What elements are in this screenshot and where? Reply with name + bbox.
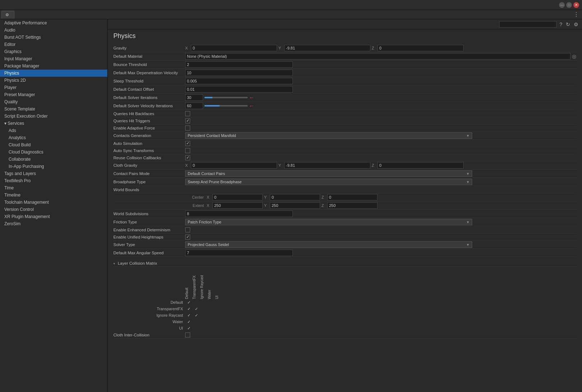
cloth-gravity-y-input[interactable] [284, 162, 370, 169]
label-default-solver-iterations: Default Solver Iterations [113, 95, 185, 100]
extent-y-input[interactable] [270, 202, 320, 209]
label-auto-sync-transforms: Auto Sync Transforms [113, 148, 185, 153]
cloth-gravity-z-input[interactable] [377, 162, 464, 169]
tab-menu-button[interactable]: ⋮ [571, 11, 582, 18]
y-label: Y [278, 163, 283, 167]
sidebar-item-timeline[interactable]: Timeline [0, 192, 107, 199]
sidebar-item-graphics[interactable]: Graphics [0, 48, 107, 55]
sidebar-item-xr-plugin-management[interactable]: XR Plugin Management [0, 213, 107, 220]
matrix-cell[interactable]: ✓ [185, 300, 192, 305]
sidebar-item-cloud-diagnostics[interactable]: Cloud Diagnostics [0, 148, 107, 156]
extent-z-input[interactable] [327, 202, 377, 209]
sidebar-item-scene-template[interactable]: Scene Template [0, 105, 107, 113]
gravity-x-input[interactable] [191, 45, 277, 51]
sidebar-item-package-manager[interactable]: Package Manager [0, 62, 107, 70]
center-y-input[interactable] [270, 194, 320, 200]
default-contact-offset-input[interactable] [185, 86, 293, 93]
gravity-y-input[interactable] [284, 45, 370, 51]
value-solver-type: Projected Gauss Seidel ▼ [185, 241, 576, 248]
sidebar-item-input-manager[interactable]: Input Manager [0, 55, 107, 62]
sidebar-item-preset-manager[interactable]: Preset Manager [0, 91, 107, 98]
close-button[interactable]: ✕ [573, 2, 579, 8]
reuse-collision-callbacks-checkbox[interactable] [185, 155, 190, 160]
sleep-threshold-input[interactable] [185, 78, 293, 84]
default-solver-velocity-iterations-input[interactable] [185, 103, 203, 109]
sidebar-item-analytics[interactable]: Analytics [0, 134, 107, 141]
sidebar-item-quality[interactable]: Quality [0, 98, 107, 105]
default-material-input[interactable] [185, 53, 571, 60]
auto-simulation-checkbox[interactable] [185, 141, 190, 146]
sidebar-item-zerosim[interactable]: ZeroSim [0, 220, 107, 227]
sidebar-item-adaptive-performance[interactable]: Adaptive Performance [0, 19, 107, 27]
matrix-cell[interactable]: ✓ [185, 307, 192, 311]
sidebar-item-version-control[interactable]: Version Control [0, 206, 107, 213]
default-max-depenetration-velocity-input[interactable] [185, 70, 293, 76]
matrix-row-label: UI [113, 326, 185, 330]
cloth-gravity-x-input[interactable] [191, 162, 277, 169]
sidebar-item-editor[interactable]: Editor [0, 41, 107, 48]
sidebar-item-textmesh-pro[interactable]: TextMesh Pro [0, 177, 107, 184]
sidebar-item-collaborate[interactable]: Collaborate [0, 156, 107, 163]
maximize-button[interactable]: □ [566, 2, 572, 8]
cloth-inter-collision-checkbox[interactable] [185, 332, 190, 337]
enable-unified-heightmaps-checkbox[interactable] [185, 235, 190, 240]
gravity-z-input[interactable] [377, 45, 464, 51]
queries-hit-backfaces-checkbox[interactable] [185, 111, 190, 116]
world-subdivisions-input[interactable] [185, 211, 293, 217]
tab-project-settings[interactable]: ⚙ [1, 11, 14, 19]
matrix-cell[interactable]: ✓ [185, 326, 192, 331]
sidebar-item-cloud-build[interactable]: Cloud Build [0, 141, 107, 148]
sidebar-item-burst-aot-settings[interactable]: Burst AOT Settings [0, 34, 107, 41]
enable-adaptive-force-checkbox[interactable] [185, 126, 190, 131]
contacts-generation-dropdown[interactable]: Persistent Contact Manifold ▼ [185, 132, 472, 139]
contact-pairs-mode-dropdown[interactable]: Default Contact Pairs ▼ [185, 170, 472, 177]
default-solver-velocity-iterations-bar[interactable] [205, 105, 248, 107]
sidebar-item-in-app-purchasing[interactable]: In-App Purchasing [0, 163, 107, 170]
select-icon[interactable]: ◎ [572, 53, 576, 59]
solver-type-dropdown[interactable]: Projected Gauss Seidel ▼ [185, 241, 472, 248]
value-default-max-angular-speed [185, 250, 576, 256]
center-z-input[interactable] [327, 194, 377, 200]
enable-enhanced-determinism-checkbox[interactable] [185, 227, 190, 232]
matrix-cell[interactable]: ✓ [193, 313, 200, 318]
setting-solver-type: Solver Type Projected Gauss Seidel ▼ [113, 241, 576, 249]
friction-type-dropdown[interactable]: Patch Friction Type ▼ [185, 219, 472, 225]
z-label: Z [321, 203, 326, 208]
vec-field-center: X Y Z [207, 194, 377, 200]
help-button[interactable]: ? [559, 22, 563, 27]
value-auto-simulation [185, 141, 576, 146]
collision-matrix-header: ▾ Layer Collision Matrix [113, 260, 576, 267]
refresh-button[interactable]: ↻ [565, 22, 571, 27]
setting-world-bounds-center: Center X Y Z [113, 193, 576, 202]
sidebar-item-toolchain-management[interactable]: Toolchain Management [0, 199, 107, 206]
auto-sync-transforms-checkbox[interactable] [185, 148, 190, 153]
bounce-threshold-input[interactable] [185, 61, 293, 68]
sidebar-item-script-execution-order[interactable]: Script Execution Order [0, 113, 107, 120]
sidebar-item-services[interactable]: ▾ Services [0, 120, 107, 127]
sidebar-item-physics-2d[interactable]: Physics 2D [0, 77, 107, 84]
default-solver-iterations-input[interactable] [185, 94, 203, 101]
sidebar-item-tags-and-layers[interactable]: Tags and Layers [0, 170, 107, 177]
window-controls: — □ ✕ [559, 2, 579, 8]
matrix-cell[interactable]: ✓ [185, 313, 192, 318]
matrix-cell[interactable]: ✓ [185, 320, 192, 324]
matrix-cell[interactable]: ✓ [193, 307, 200, 311]
value-bounce-threshold [185, 61, 576, 68]
search-input[interactable] [499, 21, 557, 28]
setting-broadphase-type: Broadphase Type Sweep And Prune Broadpha… [113, 178, 576, 186]
default-max-angular-speed-input[interactable] [185, 250, 293, 256]
solver-type-dropdown-value: Projected Gauss Seidel [188, 242, 229, 247]
sidebar-item-ads[interactable]: Ads [0, 127, 107, 134]
contact-pairs-mode-dropdown-value: Default Contact Pairs [188, 171, 225, 176]
sidebar-item-physics[interactable]: Physics [0, 70, 107, 77]
settings-button[interactable]: ⚙ [573, 22, 579, 27]
sidebar-item-time[interactable]: Time [0, 184, 107, 192]
broadphase-type-dropdown[interactable]: Sweep And Prune Broadphase ▼ [185, 179, 472, 185]
queries-hit-triggers-checkbox[interactable] [185, 118, 190, 123]
sidebar-item-audio[interactable]: Audio [0, 27, 107, 34]
center-x-input[interactable] [212, 194, 263, 200]
minimize-button[interactable]: — [559, 2, 565, 8]
default-solver-iterations-bar[interactable] [205, 97, 248, 98]
sidebar-item-player[interactable]: Player [0, 84, 107, 91]
extent-x-input[interactable] [212, 202, 263, 209]
